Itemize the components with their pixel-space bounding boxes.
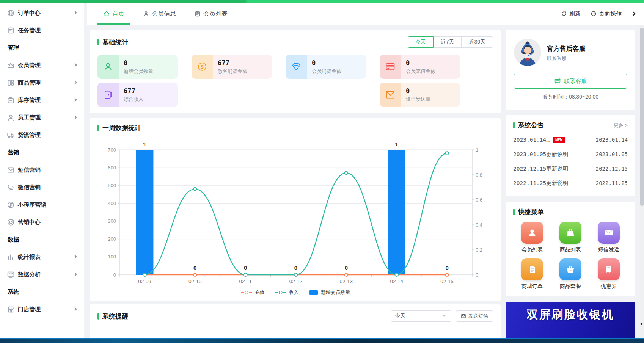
- quick-menu-商城订单[interactable]: 商城订单: [521, 258, 543, 290]
- chevron-right-icon: [73, 10, 79, 16]
- monitor-icon: [7, 271, 15, 279]
- announcement-row[interactable]: 2022.12.15更新说明2022.12.15: [513, 161, 628, 176]
- store-icon: [7, 305, 15, 313]
- service-avatar: [514, 39, 541, 67]
- monitor-icon: [7, 270, 15, 279]
- scroll-down-arrow[interactable]: ▼: [639, 321, 644, 326]
- legend-收入[interactable]: 收入: [275, 289, 299, 296]
- filter-近7天[interactable]: 近7天: [433, 36, 462, 48]
- quick-menu-短信发送[interactable]: 短信发送: [598, 222, 620, 253]
- page-scrollbar[interactable]: [640, 25, 644, 338]
- home-icon: [103, 10, 110, 17]
- tab-会员列表[interactable]: 会员列表: [188, 3, 234, 25]
- quick-menu-会员列表[interactable]: 会员列表: [521, 222, 543, 253]
- filter-近30天[interactable]: 近30天: [461, 36, 493, 48]
- quick-menu-商品套餐[interactable]: 商品套餐: [559, 258, 581, 290]
- scrollbar-thumb[interactable]: [640, 28, 644, 206]
- svg-text:0: 0: [445, 265, 448, 271]
- contact-service-button[interactable]: 联系客服: [514, 74, 627, 89]
- miniapp-icon: [7, 200, 15, 209]
- stat-value: 677: [218, 59, 272, 67]
- stat-card: $677散客消费金额: [192, 55, 272, 79]
- chevron-right-icon: [73, 63, 79, 68]
- task-doc-icon: [7, 27, 15, 34]
- sidebar-item[interactable]: 小程序营销: [0, 196, 84, 213]
- chevron-right-icon: [73, 254, 79, 260]
- store-icon: [7, 305, 15, 313]
- sidebar-item[interactable]: 统计报表: [0, 248, 84, 266]
- sms-mail-icon: [385, 89, 396, 100]
- stat-label: 散客消费金额: [218, 68, 272, 75]
- sidebar-item[interactable]: 数据分析: [0, 266, 84, 283]
- sidebar-item[interactable]: 货流管理: [0, 126, 84, 144]
- stat-card: 0短信发送量: [380, 83, 460, 107]
- sidebar-item[interactable]: 订单中心: [0, 4, 84, 22]
- svg-text:02-13: 02-13: [340, 279, 353, 284]
- member-person-icon: [103, 61, 113, 72]
- chat-dots-icon: [554, 78, 561, 85]
- reminder-range-select[interactable]: 今天: [391, 310, 451, 322]
- send-sms-button[interactable]: 发送短信: [456, 310, 493, 322]
- sidebar-item[interactable]: 微信营销: [0, 179, 84, 196]
- qm-doc-icon: [526, 264, 538, 275]
- member-person-icon: [103, 61, 113, 72]
- bottom-taskbar-edge: [0, 338, 644, 343]
- chat-icon: [554, 78, 561, 85]
- sidebar-item[interactable]: 任务管理: [0, 22, 84, 39]
- tab-首页[interactable]: 首页: [97, 3, 130, 25]
- svg-text:600: 600: [108, 165, 116, 171]
- quick-menu-商品列表[interactable]: 商品列表: [559, 222, 581, 253]
- announcements-more-link[interactable]: 更多 >: [614, 122, 628, 129]
- sidebar-item[interactable]: 会员管理: [0, 56, 84, 74]
- service-hours: 服务时间：08:30~20:00: [514, 94, 627, 100]
- stat-card: 0会员消费金额: [286, 55, 366, 79]
- promo-banner-text: 双屏刷脸收银机: [527, 307, 614, 338]
- announcement-row[interactable]: 2022.11.25更新说明2022.11.25: [513, 176, 628, 190]
- promo-banner[interactable]: 双屏刷脸收银机: [506, 302, 635, 338]
- svg-text:0.8: 0.8: [476, 172, 482, 178]
- sidebar-item[interactable]: 短信营销: [0, 161, 84, 179]
- filter-今天[interactable]: 今天: [408, 36, 434, 48]
- system-announcements-panel: 系统公告 更多 > 2023.01.14…NEW2023.01.142023.0…: [506, 115, 635, 196]
- sidebar-item[interactable]: 营销中心: [0, 213, 84, 231]
- qm-coupon-icon: [598, 258, 620, 280]
- svg-text:0: 0: [113, 272, 116, 278]
- announcements-list: 2023.01.14…NEW2023.01.142023.01.05更新说明20…: [513, 133, 628, 190]
- chevron-right-icon: [73, 272, 79, 277]
- sidebar-item[interactable]: 商品管理: [0, 74, 84, 91]
- refresh-icon: [561, 11, 567, 17]
- sidebar-item[interactable]: 员工管理: [0, 109, 84, 126]
- quick-menu-优惠券[interactable]: 优惠券: [598, 258, 620, 290]
- wallet-icon: [103, 89, 113, 100]
- week-stats-panel: 一周数据统计 010020030040050060070000.20.40.60…: [90, 118, 501, 301]
- page-operations-button[interactable]: 页面操作: [591, 10, 622, 17]
- svg-text:0: 0: [193, 265, 196, 271]
- reminder-controls: 今天 发送短信: [391, 310, 493, 322]
- sidebar-item[interactable]: 库存管理: [0, 91, 84, 109]
- announcement-row[interactable]: 2023.01.14…NEW2023.01.14: [513, 133, 628, 147]
- svg-text:02-10: 02-10: [188, 279, 202, 284]
- inventory-box-icon: [7, 96, 15, 104]
- sidebar-item[interactable]: 门店管理: [0, 301, 84, 318]
- sidebar-section-header: 数据: [0, 231, 84, 248]
- chevron-right-icon[interactable]: [631, 11, 637, 17]
- legend-新增会员数量[interactable]: 新增会员数量: [309, 289, 350, 296]
- svg-text:02-09: 02-09: [138, 279, 151, 284]
- wechat-icon: [7, 183, 15, 191]
- legend-充值[interactable]: 充值: [240, 289, 265, 296]
- reminder-range-value: 今天: [395, 313, 405, 320]
- basic-stats-title: 基础统计: [97, 38, 128, 47]
- refresh-button[interactable]: 刷新: [561, 10, 581, 17]
- refresh-label: 刷新: [569, 10, 581, 17]
- svg-text:400: 400: [108, 200, 116, 206]
- svg-text:1: 1: [143, 141, 146, 147]
- globe-icon: [7, 9, 15, 17]
- announcement-row[interactable]: 2023.01.05更新说明2023.01.05: [513, 147, 628, 161]
- tabs: 首页会员信息会员列表: [97, 3, 240, 25]
- tab-会员信息[interactable]: 会员信息: [137, 3, 182, 25]
- goods-icon: [7, 79, 15, 87]
- target-icon: [7, 218, 15, 226]
- stat-label: 短信发送量: [406, 96, 460, 103]
- basic-stats-panel: 基础统计 今天近7天近30天 0新增会员数量$677散客消费金额0会员消费金额0…: [90, 30, 501, 113]
- svg-text:1: 1: [476, 147, 478, 153]
